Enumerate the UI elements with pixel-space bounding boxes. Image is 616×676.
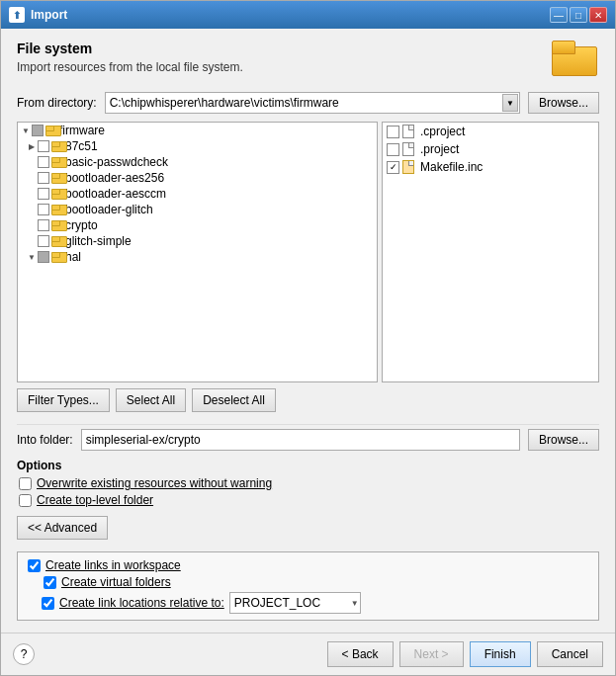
into-folder-browse-button[interactable]: Browse... bbox=[528, 429, 599, 451]
minimize-button[interactable]: — bbox=[550, 7, 568, 23]
create-top-level-checkbox[interactable] bbox=[19, 494, 32, 507]
checkbox-project[interactable] bbox=[387, 143, 399, 156]
tree-item-crypto[interactable]: crypto bbox=[18, 217, 377, 233]
checkbox-bootglitch[interactable] bbox=[38, 204, 49, 215]
deselect-all-button[interactable]: Deselect All bbox=[192, 388, 276, 412]
right-panel-item-cproject[interactable]: .cproject bbox=[383, 123, 598, 140]
from-directory-browse-button[interactable]: Browse... bbox=[528, 92, 599, 114]
help-button[interactable]: ? bbox=[13, 643, 35, 665]
create-links-row: Create links in workspace bbox=[26, 558, 590, 572]
from-directory-label: From directory: bbox=[17, 96, 97, 110]
expand-crypto[interactable] bbox=[26, 219, 38, 231]
maximize-button[interactable]: □ bbox=[570, 7, 587, 23]
checkbox-firmware[interactable] bbox=[32, 125, 44, 136]
into-folder-row: Into folder: Browse... bbox=[17, 429, 599, 451]
next-button[interactable]: Next > bbox=[399, 641, 464, 667]
action-buttons-row: Filter Types... Select All Deselect All bbox=[17, 388, 599, 412]
create-virtual-row: Create virtual folders bbox=[42, 575, 590, 589]
right-panel-item-project[interactable]: .project bbox=[383, 140, 598, 158]
finish-button[interactable]: Finish bbox=[470, 641, 531, 667]
section-title-text: File system bbox=[17, 41, 243, 56]
right-panel[interactable]: .cproject .project ✓ Makefile.inc bbox=[382, 122, 599, 382]
tree-item-hal[interactable]: ▼ hal bbox=[18, 249, 377, 265]
label-cproject: .cproject bbox=[420, 125, 465, 138]
from-directory-combo-wrapper: ▼ bbox=[105, 92, 520, 114]
checkbox-makefile[interactable]: ✓ bbox=[387, 161, 399, 174]
filter-types-button[interactable]: Filter Types... bbox=[17, 388, 110, 412]
from-directory-row: From directory: ▼ Browse... bbox=[17, 92, 599, 114]
expand-bootaes256[interactable] bbox=[26, 172, 38, 184]
expand-firmware[interactable]: ▼ bbox=[20, 125, 32, 136]
select-all-button[interactable]: Select All bbox=[116, 388, 186, 412]
left-panel[interactable]: ▼ firmware ▶ 87c51 basic-pass bbox=[17, 122, 378, 382]
bottom-bar: ? < Back Next > Finish Cancel bbox=[1, 633, 615, 675]
cancel-button[interactable]: Cancel bbox=[537, 641, 603, 667]
create-links-text: Create links in workspace bbox=[45, 558, 181, 572]
into-folder-label: Into folder: bbox=[17, 433, 73, 447]
right-panel-item-makefile[interactable]: ✓ Makefile.inc bbox=[383, 158, 598, 176]
create-top-level-label: Create top-level folder bbox=[37, 493, 153, 507]
expand-87c51[interactable]: ▶ bbox=[26, 140, 38, 152]
title-bar-left: ⬆ Import bbox=[9, 7, 67, 23]
expand-basic[interactable] bbox=[26, 156, 38, 168]
indent-options: Create virtual folders Create link locat… bbox=[26, 575, 590, 614]
bottom-right: < Back Next > Finish Cancel bbox=[327, 641, 603, 667]
create-link-locations-label: Create link locations relative to: bbox=[59, 596, 224, 610]
checkbox-glitch[interactable] bbox=[38, 235, 49, 247]
window-icon: ⬆ bbox=[9, 7, 25, 23]
expand-bootaesccm[interactable] bbox=[26, 188, 38, 200]
checkbox-basic[interactable] bbox=[38, 156, 49, 168]
panels-row: ▼ firmware ▶ 87c51 basic-pass bbox=[17, 122, 599, 382]
file-icon-makefile bbox=[402, 160, 414, 174]
tree-item-glitch-simple[interactable]: glitch-simple bbox=[18, 233, 377, 249]
overwrite-row: Overwrite existing resources without war… bbox=[17, 476, 599, 490]
checkbox-cproject[interactable] bbox=[387, 126, 399, 138]
expand-bootglitch[interactable] bbox=[26, 204, 38, 215]
create-links-label: Create links in workspace bbox=[45, 558, 181, 572]
folder-icon-87c51 bbox=[51, 141, 65, 152]
tree-label-bootaes256: bootloader-aes256 bbox=[65, 171, 164, 185]
checkbox-hal[interactable] bbox=[38, 251, 49, 263]
tree-item-firmware[interactable]: ▼ firmware bbox=[18, 123, 377, 138]
tree-item-bootloader-aes256[interactable]: bootloader-aes256 bbox=[18, 170, 377, 186]
folder-icon-bootglitch bbox=[51, 205, 65, 215]
from-directory-dropdown-arrow[interactable]: ▼ bbox=[502, 94, 518, 112]
folder-icon-crypto bbox=[51, 220, 65, 231]
link-location-select[interactable]: PROJECT_LOC WORKSPACE_LOC FILE_SYSTEM bbox=[229, 592, 361, 614]
checkbox-87c51[interactable] bbox=[38, 140, 49, 152]
overwrite-checkbox[interactable] bbox=[19, 477, 32, 490]
advanced-section: Create links in workspace Create virtual… bbox=[17, 551, 599, 621]
from-directory-input[interactable] bbox=[105, 92, 520, 114]
tree-label-glitch: glitch-simple bbox=[65, 234, 132, 248]
into-folder-input[interactable] bbox=[81, 429, 520, 451]
tree-item-87c51[interactable]: ▶ 87c51 bbox=[18, 138, 377, 154]
tree-label-hal: hal bbox=[65, 250, 81, 264]
tree-label-crypto: crypto bbox=[65, 218, 98, 232]
checkbox-crypto[interactable] bbox=[38, 219, 49, 231]
expand-glitch[interactable] bbox=[26, 235, 38, 247]
header-area: File system Import resources from the lo… bbox=[17, 41, 599, 84]
create-virtual-text: Create virtual folders bbox=[61, 575, 171, 589]
create-link-locations-checkbox[interactable] bbox=[42, 597, 54, 610]
tree-label-87c51: 87c51 bbox=[65, 139, 98, 153]
tree-item-bootloader-glitch[interactable]: bootloader-glitch bbox=[18, 202, 377, 217]
tree-label-basic: basic-passwdcheck bbox=[65, 155, 168, 169]
section-title: File system Import resources from the lo… bbox=[17, 41, 599, 84]
checkbox-bootaesccm[interactable] bbox=[38, 188, 49, 200]
label-project: .project bbox=[420, 142, 459, 156]
import-window: ⬆ Import — □ ✕ File system Import resour… bbox=[0, 0, 616, 676]
back-button[interactable]: < Back bbox=[327, 641, 394, 667]
file-icon-cproject bbox=[402, 125, 414, 138]
expand-hal[interactable]: ▼ bbox=[26, 251, 38, 263]
section-subtitle-text: Import resources from the local file sys… bbox=[17, 60, 243, 74]
close-button[interactable]: ✕ bbox=[589, 7, 607, 23]
tree-item-bootloader-aesccm[interactable]: bootloader-aesccm bbox=[18, 186, 377, 202]
advanced-btn-wrapper: << Advanced bbox=[17, 516, 599, 546]
tree-item-basic-passwdcheck[interactable]: basic-passwdcheck bbox=[18, 154, 377, 170]
title-bar: ⬆ Import — □ ✕ bbox=[1, 1, 615, 29]
checkbox-bootaes256[interactable] bbox=[38, 172, 49, 184]
advanced-button[interactable]: << Advanced bbox=[17, 516, 108, 540]
link-location-select-wrapper: PROJECT_LOC WORKSPACE_LOC FILE_SYSTEM ▼ bbox=[229, 592, 361, 614]
create-links-checkbox[interactable] bbox=[28, 559, 41, 572]
create-virtual-checkbox[interactable] bbox=[44, 576, 56, 589]
